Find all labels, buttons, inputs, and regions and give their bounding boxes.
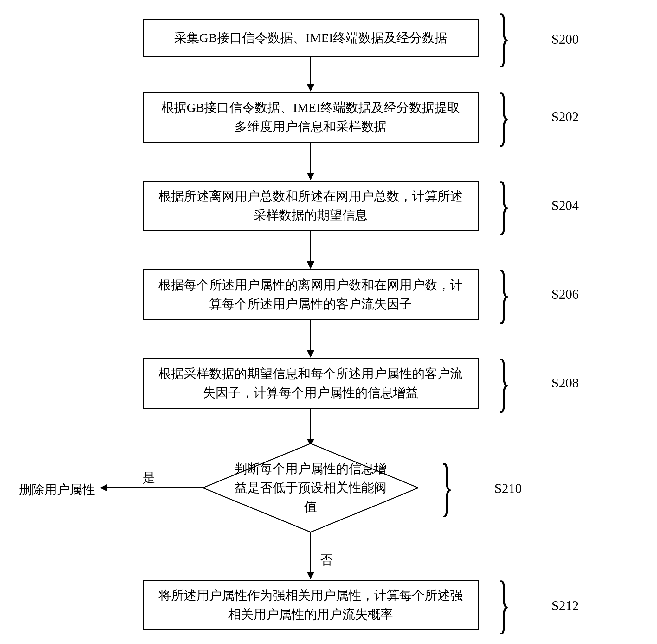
arrow-head-yes (100, 484, 107, 492)
step-text-s206: 根据每个所述用户属性的离网用户数和在网用户数，计算每个所述用户属性的客户流失因子 (156, 276, 465, 314)
arrow-s208-s210 (310, 409, 311, 440)
flowchart-container: 采集GB接口信令数据、IMEI终端数据及经分数据 } S200 根据GB接口信令… (0, 0, 657, 644)
step-label-s200: S200 (551, 32, 579, 47)
edge-label-no: 否 (320, 551, 333, 569)
arrow-no-line (310, 532, 311, 573)
side-action-delete: 删除用户属性 (19, 481, 95, 498)
step-box-s206: 根据每个所述用户属性的离网用户数和在网用户数，计算每个所述用户属性的客户流失因子 (143, 269, 479, 320)
arrow-s204-s206 (310, 231, 311, 263)
step-label-s204: S204 (551, 198, 579, 213)
arrow-yes-line (106, 487, 203, 488)
brace-s208: } (498, 345, 510, 420)
step-label-s210: S210 (495, 481, 522, 496)
step-text-s204: 根据所述离网用户总数和所述在网用户总数，计算所述采样数据的期望信息 (156, 187, 465, 225)
step-box-s208: 根据采样数据的期望信息和每个所述用户属性的客户流失因子，计算每个用户属性的信息增… (143, 358, 479, 409)
step-label-s202: S202 (551, 109, 579, 124)
step-box-s202: 根据GB接口信令数据、IMEI终端数据及经分数据提取多维度用户信息和采样数据 (143, 92, 479, 142)
arrow-head-s204-s206 (307, 261, 314, 269)
brace-s202: } (498, 79, 510, 154)
arrow-s202-s204 (310, 142, 311, 174)
step-box-s200: 采集GB接口信令数据、IMEI终端数据及经分数据 (143, 19, 479, 57)
arrow-head-s200-s202 (307, 84, 314, 92)
arrow-s206-s208 (310, 320, 311, 352)
brace-s204: } (498, 168, 510, 242)
decision-text-s210: 判断每个用户属性的信息增益是否低于预设相关性能阀值 (203, 443, 418, 532)
step-text-s202: 根据GB接口信令数据、IMEI终端数据及经分数据提取多维度用户信息和采样数据 (156, 98, 465, 136)
arrow-s200-s202 (310, 57, 311, 86)
brace-s200: } (498, 0, 510, 74)
arrow-head-s202-s204 (307, 172, 314, 180)
step-label-s212: S212 (551, 598, 579, 613)
step-text-s212: 将所述用户属性作为强相关用户属性，计算每个所述强相关用户属性的用户流失概率 (156, 586, 465, 624)
step-box-s204: 根据所述离网用户总数和所述在网用户总数，计算所述采样数据的期望信息 (143, 181, 479, 231)
step-label-s208: S208 (551, 375, 579, 391)
arrow-head-no (307, 572, 314, 579)
decision-diamond-s210: 判断每个用户属性的信息增益是否低于预设相关性能阀值 (203, 443, 418, 532)
brace-s212: } (498, 567, 510, 642)
brace-s210: } (440, 450, 453, 524)
arrow-head-s206-s208 (307, 350, 314, 358)
brace-s206: } (498, 257, 510, 331)
step-label-s206: S206 (551, 287, 579, 302)
step-text-s208: 根据采样数据的期望信息和每个所述用户属性的客户流失因子，计算每个用户属性的信息增… (156, 364, 465, 402)
step-text-s200: 采集GB接口信令数据、IMEI终端数据及经分数据 (174, 28, 447, 47)
edge-label-yes: 是 (143, 469, 155, 486)
step-box-s212: 将所述用户属性作为强相关用户属性，计算每个所述强相关用户属性的用户流失概率 (143, 580, 479, 630)
